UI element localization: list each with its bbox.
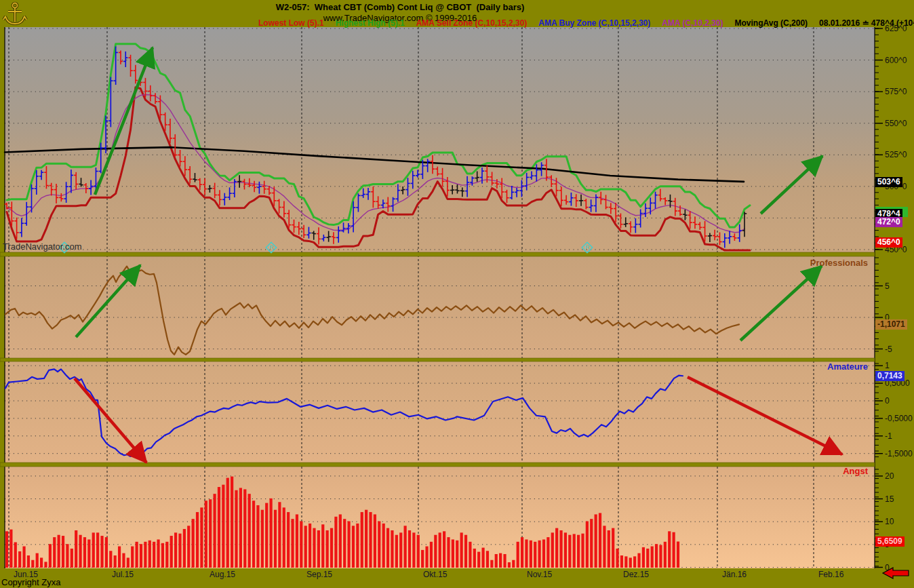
axis-tick-label: 600^0 (885, 56, 907, 65)
chart-surface[interactable]: RRR (0, 0, 914, 588)
axis-tick-label: -0,5000 (885, 414, 913, 423)
x-axis-month-label: Jun.15 (14, 570, 38, 579)
indicator-legend: Lowest Low (5).1Highest High (5).1AMA Se… (258, 18, 914, 28)
axis-value-badge: 472^0 (875, 217, 902, 227)
axis-tick-label: 525^0 (885, 150, 907, 159)
legend-item[interactable]: Highest High (5).1 (336, 18, 405, 28)
legend-item[interactable]: AMA Sell Zone (C,10,15,2,30) (416, 18, 528, 28)
svg-text:R: R (585, 244, 590, 251)
axis-tick-label: 625^0 (885, 24, 907, 33)
panel-label-professionals: Professionals (810, 258, 868, 268)
x-axis-month-label: Feb.16 (818, 570, 843, 579)
x-axis-month-label: Sep.15 (306, 570, 332, 579)
axis-tick-label: 5 (885, 281, 890, 291)
legend-item[interactable]: Lowest Low (5).1 (258, 18, 324, 28)
axis-tick-label: 0 (885, 563, 890, 572)
axis-tick-label: 15 (885, 494, 894, 504)
panel-label-angst: Angst (843, 466, 868, 476)
panel-label-amateure: Amateure (827, 361, 868, 372)
legend-item[interactable]: MovingAvg (C,200) (735, 18, 808, 28)
axis-tick-label: -1 (885, 431, 892, 441)
x-axis-month-label: Jul.15 (112, 570, 134, 579)
legend-item[interactable]: AMA Buy Zone (C,10,15,2,30) (538, 18, 650, 28)
axis-value-badge: -1,1071 (875, 319, 907, 330)
axis-tick-label: 10 (885, 517, 894, 526)
chart-title: W2-057: Wheat CBT (Comb) Cont Liq @ CBOT… (0, 2, 800, 12)
axis-tick-label: 575^0 (885, 87, 907, 96)
axis-value-badge: 456^0 (875, 237, 902, 248)
axis-tick-label: 550^0 (885, 119, 907, 128)
axis-tick-label: 20 (885, 471, 894, 481)
axis-tick-label: 0 (885, 396, 890, 406)
x-axis-month-label: Aug.15 (210, 570, 235, 579)
axis-tick-label: -5 (885, 345, 892, 354)
axis-tick-label: 1 (885, 361, 890, 370)
watermark: TradeNavigator.com (3, 241, 82, 252)
trade-navigator-window: W2-057: Wheat CBT (Comb) Cont Liq @ CBOT… (0, 0, 914, 588)
legend-item[interactable]: AMA (C,10,2,30) (662, 18, 723, 28)
axis-value-badge: 5,6509 (875, 536, 905, 547)
app-logo-anchor-icon[interactable] (1, 0, 28, 27)
axis-tick-label: -1,5000 (885, 449, 913, 458)
x-axis-month-label: Nov.15 (527, 570, 552, 579)
x-axis-month-label: Dez.15 (623, 570, 649, 579)
svg-text:R: R (269, 244, 274, 251)
axis-value-badge: 0,7143 (875, 371, 905, 381)
x-axis-month-label: Okt.15 (423, 570, 447, 579)
axis-value-badge: 503^6 (875, 177, 902, 187)
x-axis-month-label: Jän.16 (722, 570, 747, 579)
